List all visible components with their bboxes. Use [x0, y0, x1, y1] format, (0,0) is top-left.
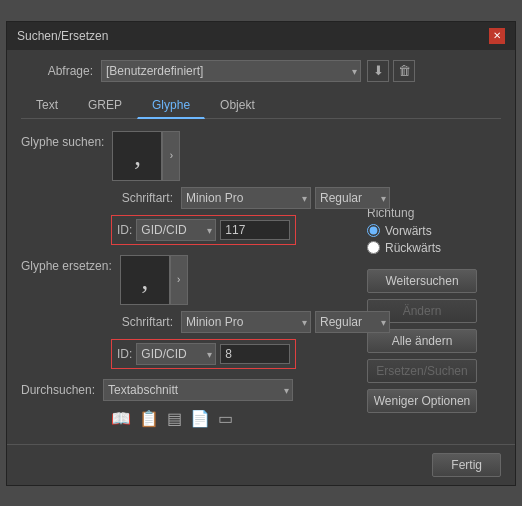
- id-ersetzen-label: ID:: [117, 347, 132, 361]
- glyph-ersetzen-arrow[interactable]: ›: [170, 255, 188, 305]
- schriftart-ersetzen-label: Schriftart:: [111, 315, 181, 329]
- glyph-ersetzen-char: ‚: [140, 264, 149, 296]
- glyph-suchen-section: Glyphe suchen: ‚ ›: [21, 131, 501, 181]
- save-query-button[interactable]: ⬇: [367, 60, 389, 82]
- abfrage-select-wrapper: [Benutzerdefiniert]: [101, 60, 361, 82]
- tabs: Text GREP Glyphe Objekt: [21, 92, 501, 119]
- delete-query-button[interactable]: 🗑: [393, 60, 415, 82]
- weitersuchen-button[interactable]: Weitersuchen: [367, 269, 477, 293]
- tab-objekt[interactable]: Objekt: [205, 92, 270, 119]
- dialog-title: Suchen/Ersetzen: [17, 29, 108, 43]
- id-ersetzen-input[interactable]: [220, 344, 290, 364]
- glyph-ersetzen-box[interactable]: ‚: [120, 255, 170, 305]
- vorwarts-row: Vorwärts: [367, 224, 487, 238]
- style-ersetzen-select[interactable]: Regular: [315, 311, 390, 333]
- close-button[interactable]: ✕: [489, 28, 505, 44]
- font-suchen-select[interactable]: Minion Pro: [181, 187, 311, 209]
- font-ersetzen-select[interactable]: Minion Pro: [181, 311, 311, 333]
- glyph-suchen-box[interactable]: ‚: [112, 131, 162, 181]
- ruckwarts-label: Rückwärts: [385, 241, 441, 255]
- tab-grep[interactable]: GREP: [73, 92, 137, 119]
- weniger-optionen-button[interactable]: Weniger Optionen: [367, 389, 477, 413]
- style-ersetzen-wrapper: Regular: [315, 311, 390, 333]
- tab-glyphe[interactable]: Glyphe: [137, 92, 205, 119]
- id-type-ersetzen-wrapper: GID/CID: [136, 343, 216, 365]
- glyph-suchen-char: ‚: [133, 140, 142, 172]
- id-type-ersetzen-select[interactable]: GID/CID: [136, 343, 216, 365]
- icon-stack[interactable]: ▤: [167, 409, 182, 428]
- id-suchen-input[interactable]: [220, 220, 290, 240]
- footer: Fertig: [7, 444, 515, 485]
- id-type-suchen-wrapper: GID/CID: [136, 219, 216, 241]
- style-suchen-select[interactable]: Regular: [315, 187, 390, 209]
- durchsuchen-select[interactable]: Textabschnitt: [103, 379, 293, 401]
- tab-text[interactable]: Text: [21, 92, 73, 119]
- id-type-suchen-select[interactable]: GID/CID: [136, 219, 216, 241]
- glyph-ersetzen-label: Glyphe ersetzen:: [21, 255, 120, 273]
- font-ersetzen-wrapper: Minion Pro: [181, 311, 311, 333]
- main-area: Richtung Vorwärts Rückwärts Weitersuchen…: [21, 131, 501, 428]
- abfrage-icons: ⬇ 🗑: [367, 60, 415, 82]
- durchsuchen-wrapper: Textabschnitt: [103, 379, 293, 401]
- vorwarts-label: Vorwärts: [385, 224, 432, 238]
- icon-pages[interactable]: 📄: [190, 409, 210, 428]
- abfrage-select[interactable]: [Benutzerdefiniert]: [101, 60, 361, 82]
- id-suchen-row: ID: GID/CID: [111, 215, 296, 245]
- title-bar: Suchen/Ersetzen ✕: [7, 22, 515, 50]
- icon-frame[interactable]: ▭: [218, 409, 233, 428]
- style-suchen-wrapper: Regular: [315, 187, 390, 209]
- fertig-button[interactable]: Fertig: [432, 453, 501, 477]
- direction-group: Richtung Vorwärts Rückwärts: [367, 206, 487, 255]
- ersetzen-suchen-button[interactable]: Ersetzen/Suchen: [367, 359, 477, 383]
- content-area: Abfrage: [Benutzerdefiniert] ⬇ 🗑 Text GR…: [7, 50, 515, 444]
- icon-copy[interactable]: 📋: [139, 409, 159, 428]
- ruckwarts-radio[interactable]: [367, 241, 380, 254]
- glyph-suchen-label: Glyphe suchen:: [21, 131, 112, 149]
- abfrage-label: Abfrage:: [21, 64, 101, 78]
- durchsuchen-label: Durchsuchen:: [21, 383, 103, 397]
- glyph-suchen-arrow[interactable]: ›: [162, 131, 180, 181]
- ruckwarts-row: Rückwärts: [367, 241, 487, 255]
- id-ersetzen-row: ID: GID/CID: [111, 339, 296, 369]
- schriftart-suchen-label: Schriftart:: [111, 191, 181, 205]
- font-suchen-wrapper: Minion Pro: [181, 187, 311, 209]
- vorwarts-radio[interactable]: [367, 224, 380, 237]
- dialog: Suchen/Ersetzen ✕ Abfrage: [Benutzerdefi…: [6, 21, 516, 486]
- abfrage-row: Abfrage: [Benutzerdefiniert] ⬇ 🗑: [21, 60, 501, 82]
- id-suchen-label: ID:: [117, 223, 132, 237]
- icon-book[interactable]: 📖: [111, 409, 131, 428]
